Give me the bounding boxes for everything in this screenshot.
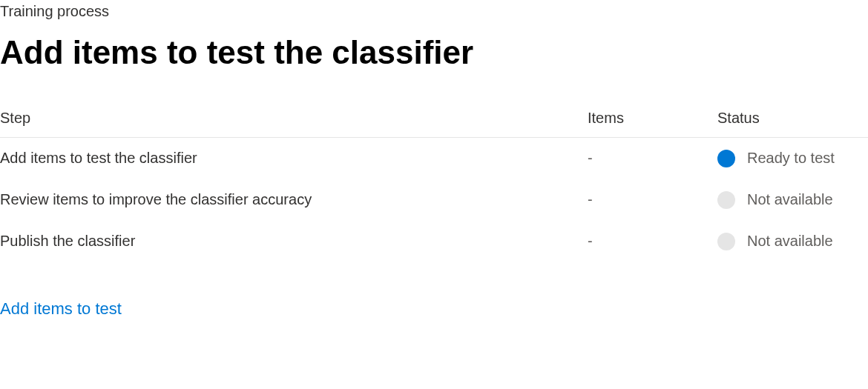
items-value: - [588, 191, 717, 208]
status-text: Not available [747, 233, 833, 250]
step-label: Review items to improve the classifier a… [0, 191, 588, 208]
column-header-items: Items [588, 110, 717, 127]
table-row: Add items to test the classifier - Ready… [0, 138, 868, 179]
column-header-step: Step [0, 110, 588, 127]
status-text: Ready to test [747, 150, 835, 167]
step-label: Add items to test the classifier [0, 150, 588, 167]
table-row: Publish the classifier - Not available [0, 221, 868, 262]
column-header-status: Status [717, 110, 868, 127]
status-dot-icon [717, 233, 735, 250]
breadcrumb: Training process [0, 0, 868, 20]
items-value: - [588, 233, 717, 250]
status-dot-icon [717, 191, 735, 209]
add-items-to-test-link[interactable]: Add items to test [0, 299, 122, 319]
status-cell: Not available [717, 191, 868, 209]
table-header: Step Items Status [0, 110, 868, 138]
status-text: Not available [747, 191, 833, 208]
table-row: Review items to improve the classifier a… [0, 179, 868, 221]
items-value: - [588, 150, 717, 167]
step-label: Publish the classifier [0, 233, 588, 250]
status-dot-icon [717, 150, 735, 167]
page-title: Add items to test the classifier [0, 33, 868, 73]
status-cell: Ready to test [717, 150, 868, 167]
status-cell: Not available [717, 233, 868, 250]
